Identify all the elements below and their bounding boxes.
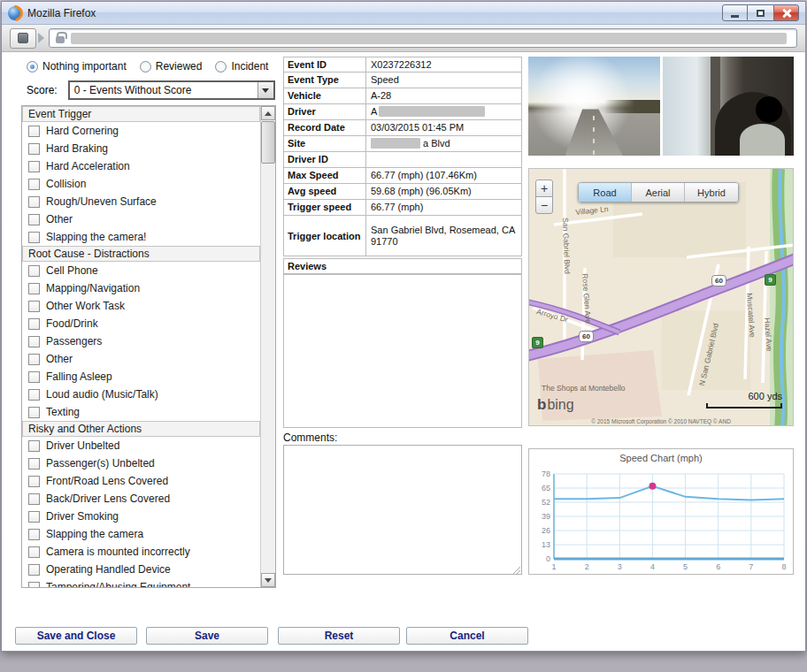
- checkbox[interactable]: [28, 179, 40, 190]
- checkbox-item[interactable]: Mapping/Navigation: [22, 279, 260, 297]
- checkbox-item[interactable]: Food/Drink: [22, 315, 260, 332]
- checkbox-item[interactable]: Hard Cornering: [22, 122, 260, 140]
- minimize-button[interactable]: [722, 4, 748, 21]
- address-bar[interactable]: [49, 28, 797, 48]
- checkbox[interactable]: [28, 407, 40, 418]
- row-label: Vehicle: [284, 88, 366, 103]
- checkbox-item[interactable]: Passenger(s) Unbelted: [22, 454, 260, 472]
- road-camera-image[interactable]: [528, 57, 660, 156]
- checkbox[interactable]: [28, 161, 40, 172]
- checkbox-item[interactable]: Other Work Task: [22, 297, 260, 315]
- save-and-close-button[interactable]: Save and Close: [15, 627, 137, 645]
- row-label: Site: [284, 136, 366, 151]
- checkbox-item[interactable]: Tampering/Abusing Equipment: [22, 578, 260, 587]
- checkbox[interactable]: [28, 511, 40, 523]
- checkbox[interactable]: [28, 371, 40, 383]
- checkbox-item[interactable]: Rough/Uneven Surface: [22, 193, 260, 210]
- checkbox-item[interactable]: Back/Driver Lens Covered: [22, 490, 260, 508]
- bing-map[interactable]: + − Road Aerial Hybrid Village Ln San Ga…: [528, 168, 794, 426]
- score-row: Score: 0 - Events Without Score: [27, 80, 275, 100]
- checkbox-label: Driver Unbelted: [46, 439, 119, 452]
- checkbox-item[interactable]: Slapping the camera: [22, 525, 260, 543]
- checkbox-label: Front/Road Lens Covered: [46, 475, 168, 487]
- bing-logo: bbing: [537, 396, 574, 414]
- checkbox[interactable]: [28, 301, 40, 312]
- checkbox-item[interactable]: Camera is mounted incorrectly: [22, 543, 260, 561]
- checkbox-item[interactable]: Operating Handled Device: [22, 561, 260, 578]
- checkbox-label: Rough/Uneven Surface: [46, 195, 157, 208]
- checkbox-item[interactable]: Loud audio (Music/Talk): [22, 386, 260, 403]
- checkbox[interactable]: [28, 196, 40, 208]
- checkbox-item[interactable]: Driver Smoking: [22, 508, 260, 525]
- svg-text:3: 3: [618, 562, 622, 571]
- checkbox[interactable]: [28, 440, 40, 452]
- checkbox-item[interactable]: Hard Braking: [22, 140, 260, 157]
- radio-label: Incident: [231, 60, 268, 73]
- titlebar[interactable]: Mozilla Firefox: [2, 2, 805, 25]
- cancel-button[interactable]: Cancel: [406, 627, 528, 645]
- radio-label: Reviewed: [156, 60, 203, 73]
- tab-road[interactable]: Road: [579, 183, 632, 202]
- radio-incident[interactable]: Incident: [215, 60, 268, 73]
- checkbox-item[interactable]: Cell Phone: [22, 262, 260, 279]
- checkbox[interactable]: [28, 354, 40, 365]
- site-identity-button[interactable]: [10, 28, 36, 49]
- checkbox[interactable]: [28, 336, 40, 347]
- zoom-in-button[interactable]: +: [535, 179, 553, 197]
- checkbox-item[interactable]: Slapping the camera!: [22, 228, 260, 246]
- checkbox-item[interactable]: Other: [22, 350, 260, 368]
- score-dropdown[interactable]: 0 - Events Without Score: [68, 80, 275, 100]
- scrollbar[interactable]: [260, 106, 275, 587]
- checkbox-item[interactable]: Falling Asleep: [22, 368, 260, 386]
- checkbox-item[interactable]: Other: [22, 210, 260, 228]
- checkbox[interactable]: [28, 564, 40, 576]
- save-button[interactable]: Save: [146, 627, 268, 645]
- radio-nothing-important[interactable]: Nothing important: [27, 60, 127, 73]
- checkbox[interactable]: [28, 493, 40, 505]
- checkbox[interactable]: [28, 582, 40, 588]
- scroll-down-button[interactable]: [261, 573, 275, 587]
- checkbox[interactable]: [28, 143, 40, 155]
- checkbox[interactable]: [28, 283, 40, 294]
- checkbox-item[interactable]: Collision: [22, 175, 260, 193]
- dropdown-button[interactable]: [257, 82, 273, 98]
- minimize-icon: [731, 15, 739, 18]
- comments-input[interactable]: [283, 445, 522, 575]
- checkbox[interactable]: [28, 318, 40, 330]
- checkbox-item[interactable]: Front/Road Lens Covered: [22, 472, 260, 490]
- checkbox[interactable]: [28, 126, 40, 137]
- checkbox-item[interactable]: Driver Unbelted: [22, 437, 260, 454]
- checkbox[interactable]: [28, 529, 40, 540]
- radio-button-icon[interactable]: [140, 61, 151, 73]
- close-button[interactable]: [773, 4, 799, 21]
- route-shield-60: 60: [579, 331, 594, 342]
- scrollbar-thumb[interactable]: [261, 121, 275, 164]
- checkbox[interactable]: [28, 389, 40, 401]
- svg-text:0: 0: [546, 554, 550, 563]
- checkbox-item[interactable]: Hard Acceleration: [22, 157, 260, 175]
- driver-camera-image[interactable]: [663, 57, 795, 156]
- checkbox[interactable]: [28, 265, 40, 277]
- checkbox[interactable]: [28, 214, 40, 225]
- maximize-button[interactable]: [748, 4, 773, 21]
- checkbox[interactable]: [28, 232, 40, 243]
- row-value: 59.68 (mph) (96.05Km): [366, 184, 521, 199]
- row-label: Event ID: [284, 57, 366, 72]
- row-value: [366, 152, 521, 167]
- zoom-out-button[interactable]: −: [535, 196, 553, 214]
- checkbox[interactable]: [28, 476, 40, 487]
- checkbox[interactable]: [28, 546, 40, 558]
- row-value: 66.77 (mph): [366, 200, 521, 215]
- radio-button-icon[interactable]: [215, 61, 227, 73]
- tab-aerial[interactable]: Aerial: [632, 183, 685, 202]
- checkbox[interactable]: [28, 458, 40, 470]
- checkbox-item[interactable]: Texting: [22, 403, 260, 421]
- checkbox-item[interactable]: Passengers: [22, 332, 260, 350]
- site-value-suffix: a Blvd: [423, 138, 450, 149]
- scroll-up-button[interactable]: [261, 106, 275, 120]
- map-scale-bar: [706, 403, 782, 409]
- reset-button[interactable]: Reset: [278, 627, 400, 645]
- radio-reviewed[interactable]: Reviewed: [140, 60, 203, 73]
- radio-button-icon[interactable]: [27, 61, 38, 73]
- tab-hybrid[interactable]: Hybrid: [685, 183, 738, 202]
